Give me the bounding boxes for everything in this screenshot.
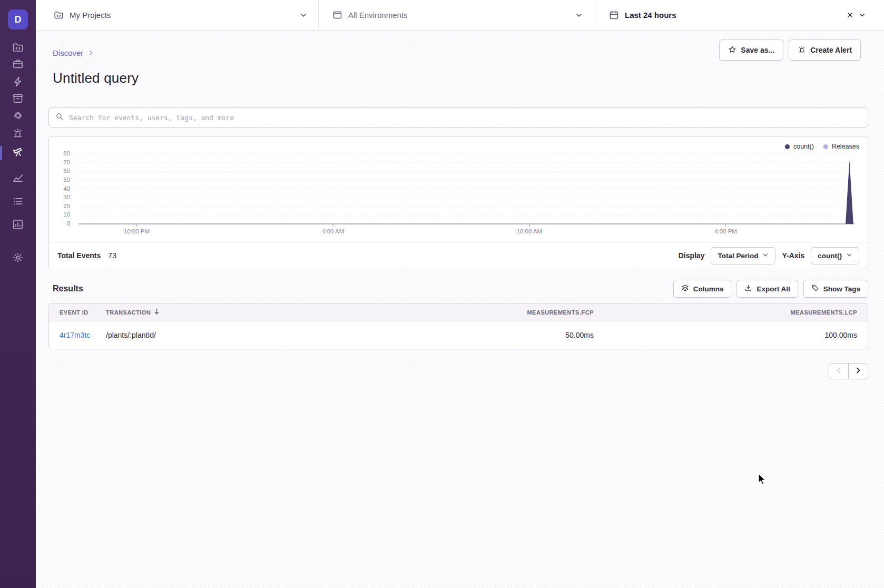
export-all-button[interactable]: Export All (736, 280, 798, 298)
dashboards-icon (12, 172, 24, 186)
yaxis-dropdown[interactable]: count() (811, 247, 859, 264)
transaction-cell: /plants/:plantId/ (106, 331, 156, 339)
show-tags-button[interactable]: Show Tags (803, 280, 868, 298)
sidebar-item-settings[interactable] (10, 251, 26, 267)
legend-dot-releases (823, 144, 828, 149)
previous-page-button[interactable] (829, 363, 849, 379)
page-actions: Save as... Create Alert (719, 40, 861, 61)
create-alert-button[interactable]: Create Alert (789, 40, 861, 61)
search-input[interactable] (69, 114, 861, 122)
next-page-button[interactable] (848, 363, 868, 379)
pagination (48, 363, 868, 379)
tag-icon (811, 284, 819, 293)
layers-icon (681, 284, 689, 293)
yaxis-label: Y-Axis (782, 251, 804, 260)
column-header-label: TRANSACTION (106, 309, 151, 316)
chevron-left-icon (835, 367, 842, 376)
yaxis-dropdown-value: count() (818, 252, 842, 260)
y-tick-label: 30 (63, 194, 70, 200)
user-feedback-icon (12, 110, 24, 124)
chart-y-axis-labels: 01020304050607080 (49, 136, 73, 223)
column-header-measurements-fcp[interactable]: MEASUREMENTS.FCP (372, 309, 594, 316)
sidebar-item-performance[interactable] (10, 75, 26, 91)
sidebar-item-issues[interactable] (10, 57, 26, 73)
date-range-selector[interactable]: Last 24 hours (595, 0, 884, 30)
clear-date-icon[interactable] (846, 11, 854, 19)
sidebar: D (0, 0, 36, 588)
column-header-event-id[interactable]: EVENT ID (60, 309, 106, 316)
projects-icon (12, 42, 24, 55)
column-header-label: EVENT ID (60, 309, 89, 316)
chart-plot[interactable] (78, 136, 854, 223)
sidebar-item-releases[interactable] (10, 92, 26, 107)
total-events-value: 73 (108, 251, 116, 260)
y-tick-label: 80 (63, 150, 70, 156)
legend-dot-count (785, 144, 790, 149)
project-selector[interactable]: My Projects (36, 0, 319, 30)
stats-icon (12, 219, 24, 232)
x-tick-label: 10:00 AM (517, 228, 543, 234)
events-chart: 01020304050607080 10:00 PM4:00 AM10:00 A… (48, 136, 868, 242)
y-tick-label: 40 (63, 185, 70, 192)
save-as-label: Save as... (741, 46, 774, 54)
releases-icon (12, 93, 24, 106)
y-tick-label: 70 (63, 159, 70, 165)
legend-item-count[interactable]: count() (785, 143, 814, 150)
active-nav-indicator (0, 146, 2, 160)
show-tags-button-label: Show Tags (823, 285, 860, 293)
sidebar-item-projects[interactable] (10, 41, 26, 56)
sidebar-item-user-feedback[interactable] (10, 109, 26, 125)
star-icon (728, 45, 736, 55)
chart-footer: Total Events 73 Display Total Period Y-A… (48, 242, 868, 269)
chevron-down-icon (846, 252, 852, 260)
date-range-label: Last 24 hours (625, 11, 676, 19)
results-toolbar: Results Columns Export All Show Tags (48, 280, 868, 298)
event-id-link[interactable]: 4r17m3tc (60, 331, 90, 339)
chart-legend: count() Releases (785, 143, 859, 150)
column-header-label: MEASUREMENTS.FCP (527, 309, 594, 316)
x-tick-label: 4:00 AM (322, 228, 344, 234)
sidebar-item-discover[interactable] (10, 145, 26, 161)
total-events-label: Total Events (57, 251, 101, 260)
display-label: Display (679, 251, 705, 260)
lcp-cell: 100.00ms (825, 331, 857, 339)
results-heading: Results (48, 284, 83, 293)
chart-svg (78, 136, 854, 227)
search-bar (48, 107, 868, 128)
x-tick-label: 10:00 PM (124, 228, 150, 234)
chevron-down-icon (575, 11, 583, 19)
create-alert-label: Create Alert (810, 46, 852, 54)
x-tick-label: 4:00 PM (714, 228, 737, 234)
y-tick-label: 10 (63, 211, 70, 218)
columns-button-label: Columns (693, 285, 724, 293)
siren-icon (798, 45, 806, 55)
calendar-icon (609, 10, 619, 20)
breadcrumb-discover-link[interactable]: Discover (53, 48, 83, 57)
org-avatar[interactable]: D (8, 9, 28, 30)
columns-button[interactable]: Columns (673, 280, 732, 298)
chevron-right-icon (87, 50, 94, 56)
alerts-icon (12, 128, 24, 141)
display-dropdown[interactable]: Total Period (711, 247, 775, 264)
column-header-transaction[interactable]: TRANSACTION (106, 308, 372, 316)
environment-selector[interactable]: All Environments (319, 0, 595, 30)
y-tick-label: 60 (63, 168, 70, 174)
sidebar-item-activity[interactable] (10, 194, 26, 210)
chevron-down-icon (762, 252, 769, 260)
save-as-button[interactable]: Save as... (719, 40, 783, 61)
sidebar-item-stats[interactable] (10, 218, 26, 233)
results-table: EVENT ID TRANSACTION MEASUREMENTS.FCP ME… (48, 303, 868, 349)
activity-icon (12, 195, 24, 209)
sidebar-item-dashboards[interactable] (10, 171, 26, 187)
table-header-row: EVENT ID TRANSACTION MEASUREMENTS.FCP ME… (49, 303, 868, 321)
y-tick-label: 50 (63, 177, 70, 183)
sidebar-item-alerts[interactable] (10, 126, 26, 142)
issues-icon (12, 58, 24, 72)
discover-icon (12, 146, 24, 160)
table-row: 4r17m3tc /plants/:plantId/ 50.00ms 100.0… (49, 321, 868, 349)
download-icon (744, 284, 752, 293)
environment-selector-label: All Environments (348, 11, 408, 19)
performance-icon (12, 76, 24, 90)
column-header-measurements-lcp[interactable]: MEASUREMENTS.LCP (594, 309, 857, 316)
legend-item-releases[interactable]: Releases (823, 143, 859, 150)
